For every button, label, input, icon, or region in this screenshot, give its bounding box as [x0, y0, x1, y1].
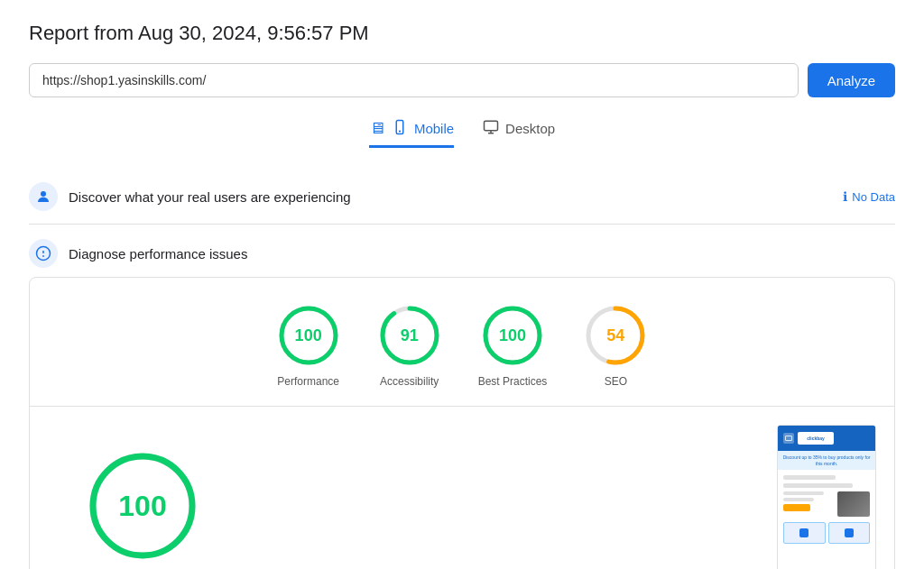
info-icon: ℹ — [843, 189, 847, 204]
real-users-icon — [29, 182, 58, 211]
page-container: Report from Aug 30, 2024, 9:56:57 PM Ana… — [0, 0, 924, 569]
ss-banner: Discount up to 35% to buy products only … — [778, 451, 875, 470]
real-users-title: Discover what your real users are experi… — [69, 189, 351, 205]
score-value-seo: 54 — [606, 326, 624, 345]
score-circle-seo: 54 — [583, 303, 648, 368]
preview-row: 100 clickbay Discount up to 35% to — [30, 407, 894, 569]
scores-row: 100 Performance 91 Accessibility — [30, 278, 894, 407]
score-item-accessibility[interactable]: 91 Accessibility — [377, 303, 442, 388]
ss-logo: clickbay — [798, 432, 834, 445]
score-label-best-practices: Best Practices — [478, 375, 548, 388]
no-data-label: No Data — [852, 190, 895, 204]
ss-promo-image — [837, 491, 870, 517]
ss-body — [778, 470, 875, 549]
screenshot-preview: clickbay Discount up to 35% to buy produ… — [777, 425, 876, 569]
diagnose-icon — [29, 239, 58, 268]
scores-card: 100 Performance 91 Accessibility — [29, 277, 895, 569]
mobile-icon: 🖥 — [369, 119, 385, 138]
svg-point-8 — [42, 255, 44, 257]
no-data-link[interactable]: ℹ No Data — [843, 189, 895, 204]
score-value-performance: 100 — [295, 326, 322, 345]
ss-grid-item-1 — [783, 522, 826, 544]
score-item-best-practices[interactable]: 100 Best Practices — [478, 303, 548, 388]
ss-text-2 — [783, 483, 853, 488]
score-circle-best-practices: 100 — [480, 303, 545, 368]
ss-grid — [783, 522, 870, 544]
ss-header: clickbay — [778, 426, 875, 451]
svg-rect-2 — [485, 121, 498, 131]
ss-text-1 — [783, 475, 836, 480]
tab-mobile-label: Mobile — [414, 121, 454, 136]
screenshot-inner: clickbay Discount up to 35% to buy produ… — [778, 426, 875, 569]
tab-mobile-icon — [392, 119, 408, 138]
tab-desktop[interactable]: Desktop — [483, 119, 555, 148]
diagnose-title: Diagnose performance issues — [69, 246, 247, 262]
score-item-seo[interactable]: 54 SEO — [583, 303, 648, 388]
score-label-seo: SEO — [605, 375, 627, 388]
score-circle-accessibility: 91 — [377, 303, 442, 368]
score-label-performance: Performance — [277, 375, 339, 388]
ss-buy-btn — [783, 504, 810, 511]
big-score-circle: 100 — [84, 447, 201, 564]
score-value-best-practices: 100 — [499, 326, 526, 345]
ss-promo — [783, 491, 870, 517]
real-users-left: Discover what your real users are experi… — [29, 182, 351, 211]
report-title: Report from Aug 30, 2024, 9:56:57 PM — [29, 22, 895, 45]
ss-grid-item-2 — [828, 522, 871, 544]
url-bar-row: Analyze — [29, 63, 895, 97]
score-item-performance[interactable]: 100 Performance — [276, 303, 341, 388]
tab-row: 🖥 Mobile Desktop — [29, 119, 895, 148]
diagnose-row: Diagnose performance issues — [29, 225, 895, 277]
score-label-accessibility: Accessibility — [380, 375, 439, 388]
url-input[interactable] — [29, 63, 799, 97]
score-value-accessibility: 91 — [401, 326, 419, 345]
ss-promo-text — [783, 491, 834, 517]
svg-point-5 — [41, 191, 46, 197]
tab-mobile[interactable]: 🖥 Mobile — [369, 119, 454, 148]
score-circle-performance: 100 — [276, 303, 341, 368]
tab-desktop-label: Desktop — [505, 121, 555, 136]
desktop-icon — [483, 119, 499, 138]
analyze-button[interactable]: Analyze — [808, 63, 895, 97]
big-score-value: 100 — [118, 490, 166, 523]
real-users-section: Discover what your real users are experi… — [29, 170, 895, 225]
